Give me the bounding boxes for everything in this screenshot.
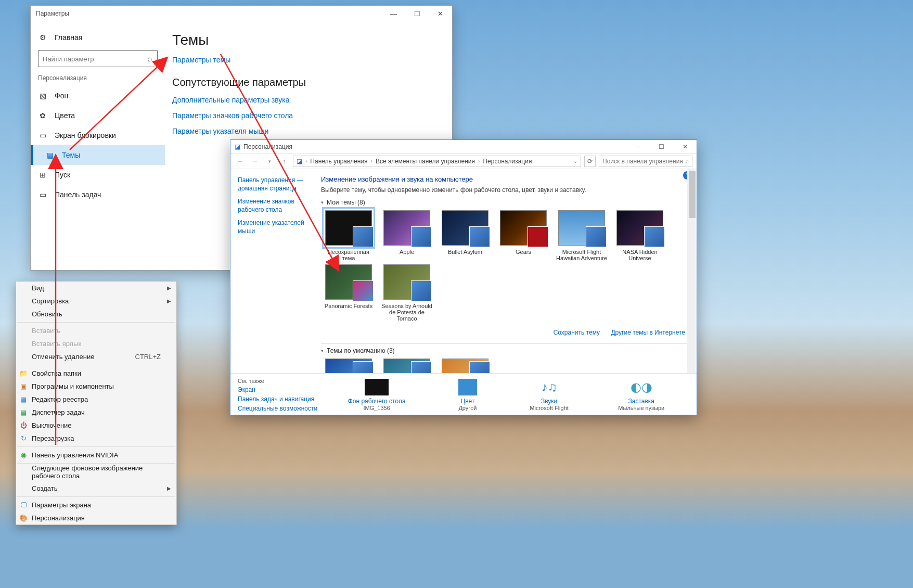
theme-item-unsaved[interactable]: Несохраненная тема: [321, 210, 376, 261]
ctx-folder-properties[interactable]: 📁Свойства папки: [16, 367, 176, 380]
nav-forward-button[interactable]: →: [249, 156, 261, 167]
nav-label: Пуск: [55, 171, 70, 179]
cp-heading: Изменение изображения и звука на компьют…: [321, 175, 695, 183]
theme-label: Apple: [400, 249, 414, 255]
link-display[interactable]: Экран: [238, 386, 323, 393]
link-theme-settings[interactable]: Параметры темы: [172, 56, 448, 64]
ctx-taskmgr[interactable]: ▤Диспетчер задач: [16, 406, 176, 419]
theme-label: Microsoft Flight Hawaiian Adventure: [554, 249, 609, 261]
nav-home[interactable]: ⚙ Главная: [31, 28, 165, 47]
theme-label: Seasons by Arnould de Potesta de Tornaco: [379, 303, 434, 322]
nav-start[interactable]: ⊞ Пуск: [31, 165, 165, 185]
link-more-themes-online[interactable]: Другие темы в Интернете: [611, 329, 685, 336]
search-icon: ⌕: [685, 158, 689, 165]
theme-label: Gears: [516, 249, 531, 255]
theme-grid-default: [321, 359, 695, 373]
nav-history-button[interactable]: ▾: [264, 156, 275, 167]
ctx-view[interactable]: Вид▶: [16, 282, 176, 295]
ctx-regedit[interactable]: ▦Редактор реестра: [16, 393, 176, 406]
ctx-restart[interactable]: ↻Перезагрузка: [16, 432, 176, 445]
breadcrumb-item[interactable]: Персонализация: [483, 158, 532, 165]
link-desktop-background[interactable]: Фон рабочего стола IMG_1356: [348, 378, 406, 412]
link-accessibility[interactable]: Специальные возможности: [238, 405, 323, 412]
theme-item-default-3[interactable]: [438, 359, 493, 373]
nav-back-button[interactable]: ←: [235, 156, 246, 167]
nav-label: Темы: [62, 151, 80, 159]
theme-item-default-2[interactable]: [379, 359, 434, 373]
nav-themes[interactable]: ▤ Темы: [31, 145, 165, 165]
minimize-button[interactable]: —: [626, 140, 650, 154]
page-title: Темы: [172, 32, 448, 48]
cp-link-home[interactable]: Панель управления — домашняя страница: [238, 176, 312, 193]
theme-item-seasons[interactable]: Seasons by Arnould de Potesta de Tornaco: [379, 264, 434, 322]
ctx-programs[interactable]: ▣Программы и компоненты: [16, 380, 176, 393]
nav-colors[interactable]: ✿ Цвета: [31, 106, 165, 125]
nav-background[interactable]: ▧ Фон: [31, 86, 165, 106]
minimize-button[interactable]: —: [382, 6, 405, 21]
nav-label: Панель задач: [55, 190, 101, 199]
taskbar-icon: ▭: [38, 190, 47, 199]
separator: [17, 496, 175, 497]
sounds-icon: ♪♫: [537, 378, 562, 397]
ctx-sort[interactable]: Сортировка▶: [16, 295, 176, 308]
theme-item-panoramic-forests[interactable]: Panoramic Forests: [321, 264, 376, 322]
link-save-theme[interactable]: Сохранить тему: [554, 329, 600, 336]
theme-item-apple[interactable]: Apple: [379, 210, 434, 261]
link-desktop-icons[interactable]: Параметры значков рабочего стола: [172, 111, 448, 120]
nav-taskbar[interactable]: ▭ Панель задач: [31, 185, 165, 204]
group-default-themes[interactable]: Темы по умолчанию (3): [321, 347, 695, 354]
ctx-create[interactable]: Создать▶: [16, 482, 176, 495]
link-color[interactable]: Цвет Другой: [455, 378, 480, 412]
nav-up-button[interactable]: ↑: [278, 156, 290, 167]
settings-search[interactable]: ⌕: [38, 50, 158, 67]
breadcrumb-item[interactable]: Все элементы панели управления: [376, 158, 475, 165]
ctx-next-wallpaper[interactable]: Следующее фоновое изображение рабочего с…: [16, 465, 176, 478]
related-heading: Сопутствующие параметры: [172, 76, 448, 88]
link-sounds[interactable]: ♪♫ Звуки Microsoft Flight: [530, 378, 569, 412]
cp-link-pointers[interactable]: Изменение указателей мыши: [238, 219, 312, 235]
theme-label: Bullet Asylum: [448, 249, 482, 255]
cp-search[interactable]: ⌕: [599, 156, 692, 167]
desktop-context-menu: Вид▶ Сортировка▶ Обновить Вставить Встав…: [16, 281, 177, 525]
breadcrumb-item[interactable]: Панель управления: [310, 158, 367, 165]
chevron-right-icon: ›: [371, 158, 372, 164]
cp-main-content: Изменение изображения и звука на компьют…: [316, 169, 697, 373]
theme-item-bullet-asylum[interactable]: Bullet Asylum: [438, 210, 493, 261]
ctx-refresh[interactable]: Обновить: [16, 308, 176, 321]
maximize-button[interactable]: ☐: [405, 6, 429, 21]
chevron-right-icon: ▶: [167, 285, 171, 291]
theme-item-default-1[interactable]: [321, 359, 376, 373]
folder-icon: 📁: [19, 369, 28, 378]
ctx-undo-delete[interactable]: Отменить удалениеCTRL+Z: [16, 350, 176, 363]
theme-item-ms-flight[interactable]: Microsoft Flight Hawaiian Adventure: [554, 210, 609, 261]
close-button[interactable]: ✕: [429, 6, 452, 21]
ctx-paste-shortcut: Вставить ярлык: [16, 337, 176, 350]
ctx-display-settings[interactable]: 🖵Параметры экрана: [16, 498, 176, 512]
ctx-nvidia[interactable]: ◉Панель управления NVIDIA: [16, 449, 176, 462]
chevron-down-icon[interactable]: ⌄: [573, 158, 577, 164]
ctx-shutdown[interactable]: ⏻Выключение: [16, 419, 176, 432]
theme-item-gears[interactable]: Gears: [496, 210, 551, 261]
refresh-button[interactable]: ⟳: [584, 156, 596, 167]
link-mouse-pointer[interactable]: Параметры указателя мыши: [172, 127, 448, 135]
breadcrumb[interactable]: ◪ › Панель управления › Все элементы пан…: [293, 156, 581, 167]
search-input[interactable]: [38, 55, 143, 63]
cp-link-desktop-icons[interactable]: Изменение значков рабочего стола: [238, 198, 312, 214]
restart-icon: ↻: [19, 434, 28, 443]
nav-lockscreen[interactable]: ▭ Экран блокировки: [31, 125, 165, 145]
close-button[interactable]: ✕: [673, 140, 697, 154]
scrollbar-thumb[interactable]: [689, 171, 696, 218]
theme-icon: ▤: [45, 151, 55, 159]
ctx-personalize[interactable]: 🎨Персонализация: [16, 512, 176, 525]
maximize-button[interactable]: ☐: [650, 140, 673, 154]
link-taskbar-nav[interactable]: Панель задач и навигация: [238, 395, 323, 403]
chevron-right-icon: ›: [478, 158, 480, 164]
theme-item-nasa[interactable]: NASA Hidden Universe: [612, 210, 667, 261]
cp-app-icon: ◪: [235, 143, 240, 150]
cp-side-links: Панель управления — домашняя страница Из…: [230, 169, 316, 373]
link-advanced-sound[interactable]: Дополнительные параметры звука: [172, 96, 448, 104]
group-my-themes[interactable]: Мои темы (8): [321, 199, 695, 206]
cp-search-input[interactable]: [602, 158, 685, 165]
search-icon: ⌕: [143, 54, 157, 63]
link-screensaver[interactable]: ◐◑ Заставка Мыльные пузыри: [618, 378, 664, 412]
